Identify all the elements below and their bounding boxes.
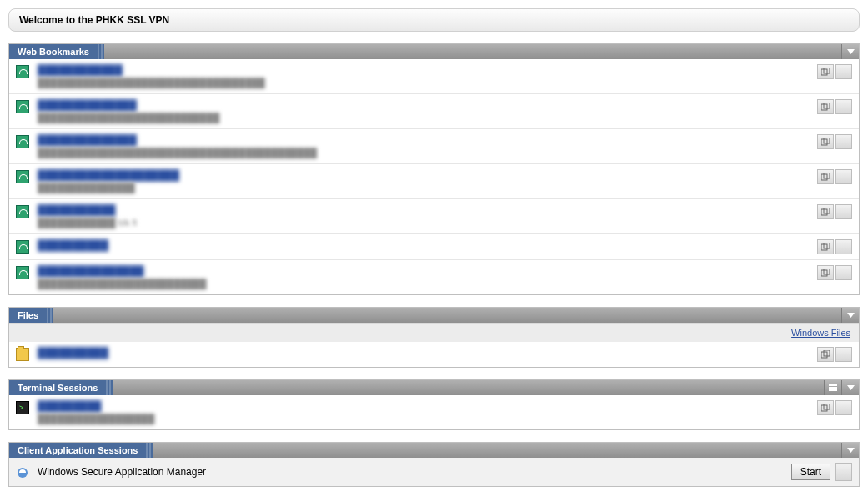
item-text: ████████████████████████████████████████… (38, 99, 817, 123)
open-new-window-button[interactable] (817, 400, 834, 415)
bookmark-description: ███████████████████████████████████ (38, 78, 265, 88)
bookmark-link[interactable]: █████████ (38, 400, 102, 412)
item-extra-button[interactable] (835, 99, 852, 114)
web-icon (16, 266, 29, 279)
list-item: ███████████████████████ blk fi (9, 198, 859, 233)
header-spacer (113, 380, 824, 395)
panel-title: Web Bookmarks (9, 44, 98, 59)
web-bookmarks-panel: Web Bookmarks ██████████████████████████… (8, 43, 860, 295)
open-new-window-button[interactable] (817, 347, 834, 362)
item-extra-button[interactable] (835, 64, 852, 79)
list-item: ███████████████████████████ (9, 395, 859, 429)
web-icon (16, 135, 29, 148)
svg-marker-24 (847, 448, 855, 453)
panel-menu-button[interactable] (841, 308, 859, 323)
web-bookmarks-header: Web Bookmarks (9, 44, 859, 59)
svg-marker-0 (847, 49, 855, 54)
client-apps-header: Client Application Sessions (9, 443, 859, 458)
panel-title: Client Application Sessions (9, 443, 146, 458)
row-actions (817, 169, 852, 184)
item-text: ██████████ (38, 347, 817, 359)
open-new-window-button[interactable] (817, 204, 834, 219)
header-stripe-decor (146, 443, 153, 458)
welcome-banner: Welcome to the PHKK SSL VPN (8, 8, 860, 32)
svg-marker-21 (847, 385, 855, 390)
app-extra-button[interactable] (835, 463, 852, 481)
web-icon (16, 240, 29, 254)
item-text: ███████████████████████████████████ (38, 169, 817, 193)
list-item: ██████████ (9, 342, 859, 367)
open-new-window-button[interactable] (817, 265, 834, 280)
row-actions (817, 99, 852, 114)
item-extra-button[interactable] (835, 400, 852, 415)
item-extra-button[interactable] (835, 169, 852, 184)
web-icon (16, 100, 29, 113)
list-item: ██████████ (9, 233, 859, 259)
svg-marker-15 (847, 313, 855, 318)
web-icon (16, 205, 29, 218)
row-actions (817, 265, 852, 280)
bookmark-description: ███████████████ (38, 183, 135, 193)
panel-menu-button[interactable] (841, 380, 859, 395)
row-actions (817, 64, 852, 79)
bookmark-link[interactable]: ████████████████████ (38, 169, 179, 181)
terminal-panel: Terminal Sessions ██████████████████████… (8, 379, 860, 430)
header-spacer (53, 308, 841, 323)
item-extra-button[interactable] (835, 204, 852, 219)
bookmark-link[interactable]: ████████████ (38, 64, 123, 76)
client-apps-panel: Client Application Sessions Windows Secu… (8, 442, 860, 487)
item-text: ██████████ (38, 239, 817, 251)
item-text: ████████████████████████████████████████… (38, 64, 817, 88)
svg-rect-18 (829, 384, 837, 386)
panel-title: Files (9, 308, 47, 323)
bookmark-description: ████████████████████████████ (38, 113, 219, 123)
svg-rect-20 (829, 389, 837, 391)
header-spacer (104, 44, 841, 59)
list-item: ████████████████████████████████████████… (9, 128, 859, 163)
panel-menu-button[interactable] (841, 443, 859, 458)
bookmark-link[interactable]: ██████████ (38, 239, 108, 251)
bookmark-description: ██████████████████████████ (38, 279, 207, 289)
bookmark-link[interactable]: ██████████████ (38, 99, 137, 111)
open-new-window-button[interactable] (817, 169, 834, 184)
files-header: Files (9, 308, 859, 323)
item-extra-button[interactable] (835, 347, 852, 362)
svg-rect-19 (829, 387, 837, 389)
open-new-window-button[interactable] (817, 64, 834, 79)
term-icon (16, 401, 29, 414)
folder-icon (16, 348, 29, 361)
web-icon (16, 170, 29, 183)
open-new-window-button[interactable] (817, 99, 834, 114)
row-actions (817, 204, 852, 219)
files-sub-bar: Windows Files (9, 323, 859, 342)
open-new-window-button[interactable] (817, 239, 834, 254)
start-button[interactable]: Start (791, 464, 830, 480)
open-new-window-button[interactable] (817, 134, 834, 149)
bookmark-link[interactable]: ██████████ (38, 347, 108, 359)
item-extra-button[interactable] (835, 134, 852, 149)
row-actions (817, 347, 852, 362)
bookmark-link[interactable]: ███████████ (38, 204, 116, 216)
bookmark-description: ████████████████████████████████████████… (38, 148, 317, 158)
bookmark-link[interactable]: ███████████████ (38, 265, 144, 277)
list-item: ███████████████████████████████████ (9, 163, 859, 198)
list-item: ████████████████████████████████████████… (9, 93, 859, 128)
panel-menu-button[interactable] (841, 44, 859, 59)
web-icon (16, 65, 29, 78)
header-spacer (153, 443, 841, 458)
panel-list-button[interactable] (824, 380, 841, 395)
bookmark-link[interactable]: ██████████████ (38, 134, 137, 146)
row-actions (817, 134, 852, 149)
row-actions (817, 239, 852, 254)
list-item: ████████████████████████████████████████… (9, 259, 859, 294)
item-extra-button[interactable] (835, 239, 852, 254)
panel-title: Terminal Sessions (9, 380, 106, 395)
application-icon (16, 466, 29, 479)
item-extra-button[interactable] (835, 265, 852, 280)
windows-files-link[interactable]: Windows Files (791, 328, 850, 338)
header-stripe-decor (106, 380, 113, 395)
item-text: ███████████████████████ blk fi (38, 204, 817, 228)
terminal-header: Terminal Sessions (9, 380, 859, 395)
web-bookmarks-list: ████████████████████████████████████████… (9, 59, 859, 294)
bookmark-description: ██████████████████ (38, 414, 154, 424)
